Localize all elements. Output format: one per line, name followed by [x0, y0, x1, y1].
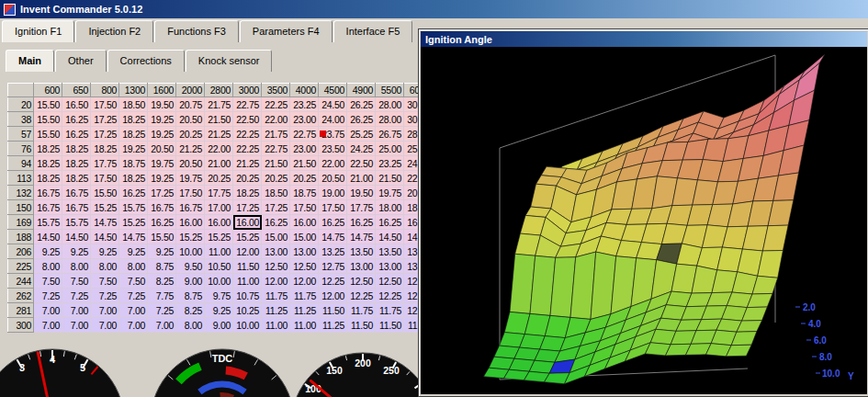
- map-cell[interactable]: 12.00: [262, 274, 290, 289]
- map-cell[interactable]: 8.75: [176, 289, 205, 303]
- subtab-corrections[interactable]: Corrections: [107, 50, 185, 72]
- map-cell[interactable]: 11.75: [376, 303, 404, 318]
- map-cell[interactable]: 18.25: [62, 142, 91, 156]
- map-cell[interactable]: 17.25: [233, 200, 262, 215]
- map-cell[interactable]: 12.50: [347, 274, 376, 289]
- map-cell[interactable]: 9.50: [176, 259, 205, 274]
- map-cell[interactable]: 15.25: [233, 230, 262, 244]
- map-cell[interactable]: 20.50: [319, 171, 347, 186]
- map-cell[interactable]: 18.75: [119, 156, 148, 171]
- map-cell[interactable]: 14.50: [62, 230, 91, 244]
- map-cell[interactable]: 21.50: [376, 171, 404, 186]
- map-cell[interactable]: 12.00: [319, 289, 347, 303]
- map-cell[interactable]: 21.75: [205, 97, 233, 112]
- map-cell[interactable]: 7.50: [62, 274, 91, 289]
- map-cell[interactable]: 18.25: [233, 186, 262, 200]
- map-cell[interactable]: 25.00: [376, 142, 404, 156]
- map-cell[interactable]: 17.75: [347, 200, 376, 215]
- map-cell[interactable]: 13.00: [262, 244, 290, 259]
- subtab-other[interactable]: Other: [55, 50, 107, 72]
- map-cell[interactable]: 16.00: [176, 215, 205, 230]
- map-cell[interactable]: 15.75: [62, 215, 91, 230]
- map-cell[interactable]: 7.00: [34, 303, 62, 318]
- map-cell[interactable]: 18.25: [34, 142, 62, 156]
- map-cell[interactable]: 16.25: [62, 127, 91, 142]
- map-cell[interactable]: 15.50: [34, 127, 62, 142]
- map-cell[interactable]: 18.00: [376, 200, 404, 215]
- map-cell[interactable]: 18.25: [34, 171, 62, 186]
- map-cell[interactable]: 22.25: [233, 142, 262, 156]
- map-cell[interactable]: 8.00: [62, 259, 91, 274]
- map-cell[interactable]: 20.25: [290, 171, 319, 186]
- map-cell[interactable]: 11.25: [290, 303, 319, 318]
- map-cell[interactable]: 15.25: [91, 200, 119, 215]
- map-cell[interactable]: 12.00: [233, 244, 262, 259]
- map-cell[interactable]: 14.75: [319, 230, 347, 244]
- map-cell[interactable]: 15.50: [148, 230, 176, 244]
- map-cell[interactable]: 8.25: [176, 303, 205, 318]
- map-cell[interactable]: 15.25: [176, 230, 205, 244]
- map-cell[interactable]: 26.25: [347, 112, 376, 127]
- map-cell[interactable]: 15.50: [34, 97, 62, 112]
- map-cell[interactable]: 19.25: [148, 112, 176, 127]
- map-cell[interactable]: 16.25: [119, 186, 148, 200]
- map-cell[interactable]: 15.50: [34, 112, 62, 127]
- map-cell[interactable]: 16.75: [62, 200, 91, 215]
- map-cell[interactable]: 7.50: [119, 274, 148, 289]
- map-cell[interactable]: 23.00: [290, 112, 319, 127]
- map-cell[interactable]: 7.00: [148, 318, 176, 333]
- map-cell[interactable]: 16.25: [376, 215, 404, 230]
- map-cell[interactable]: 12.25: [347, 289, 376, 303]
- map-cell[interactable]: 18.25: [62, 156, 91, 171]
- map-cell[interactable]: 22.25: [262, 97, 290, 112]
- map-cell[interactable]: 20.25: [176, 127, 205, 142]
- map-cell[interactable]: 21.00: [347, 171, 376, 186]
- map-cell[interactable]: 16.75: [148, 200, 176, 215]
- map-cell[interactable]: 24.25: [347, 142, 376, 156]
- map-cell[interactable]: 8.25: [148, 274, 176, 289]
- map-cell[interactable]: 22.00: [319, 156, 347, 171]
- map-cell[interactable]: 20.75: [176, 97, 205, 112]
- map-cell[interactable]: 7.75: [148, 289, 176, 303]
- map-cell[interactable]: 16.25: [319, 215, 347, 230]
- map-cell[interactable]: 17.50: [91, 97, 119, 112]
- map-cell[interactable]: 12.25: [319, 274, 347, 289]
- map-cell[interactable]: 18.25: [119, 171, 148, 186]
- map-cell[interactable]: 7.00: [91, 318, 119, 333]
- map-cell[interactable]: 11.00: [205, 244, 233, 259]
- map-cell[interactable]: 21.25: [176, 142, 205, 156]
- map-cell[interactable]: 23.00: [290, 142, 319, 156]
- map-cell[interactable]: 22.75: [290, 127, 319, 142]
- map-cell[interactable]: 11.00: [262, 318, 290, 333]
- map-cell[interactable]: 22.50: [347, 156, 376, 171]
- map-cell[interactable]: 8.75: [148, 259, 176, 274]
- map-cell[interactable]: 20.50: [176, 156, 205, 171]
- map-cell[interactable]: 28.00: [376, 97, 404, 112]
- map-cell[interactable]: 13.00: [376, 259, 404, 274]
- map-cell[interactable]: 22.00: [262, 112, 290, 127]
- tab-parameters-f4[interactable]: Parameters F4: [240, 20, 333, 42]
- map-cell[interactable]: 16.25: [148, 215, 176, 230]
- map-cell[interactable]: 11.50: [319, 303, 347, 318]
- map-cell[interactable]: 10.25: [233, 303, 262, 318]
- map-cell[interactable]: 23.25: [290, 97, 319, 112]
- map-cell[interactable]: 7.00: [34, 318, 62, 333]
- map-cell[interactable]: 19.25: [148, 127, 176, 142]
- map-cell[interactable]: 12.75: [319, 259, 347, 274]
- map-cell[interactable]: 17.75: [205, 186, 233, 200]
- map-cell[interactable]: 12.50: [290, 259, 319, 274]
- subtab-main[interactable]: Main: [6, 50, 54, 72]
- map-cell[interactable]: 25.25: [347, 127, 376, 142]
- map-cell[interactable]: 9.00: [205, 318, 233, 333]
- map-cell[interactable]: 16.75: [62, 186, 91, 200]
- map-cell[interactable]: 15.00: [290, 230, 319, 244]
- map-cell[interactable]: 26.25: [347, 97, 376, 112]
- map-cell[interactable]: 8.00: [34, 259, 62, 274]
- map-cell[interactable]: 20.50: [176, 112, 205, 127]
- map-cell[interactable]: 7.25: [148, 303, 176, 318]
- map-cell[interactable]: 14.50: [91, 230, 119, 244]
- map-cell[interactable]: 14.50: [376, 230, 404, 244]
- map-cell[interactable]: 19.25: [148, 171, 176, 186]
- map-cell[interactable]: 24.00: [319, 112, 347, 127]
- child-window-titlebar[interactable]: Ignition Angle: [421, 31, 867, 47]
